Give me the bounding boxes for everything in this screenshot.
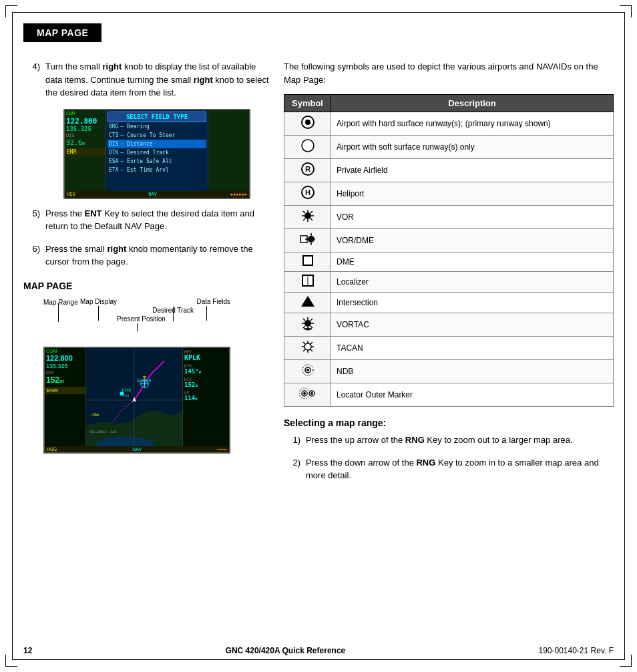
step-4: 4) Turn the small right knob to display … (23, 60, 270, 100)
map-svg: GARMIN KIXD K34 HILLSDALE LAKE -15m (86, 348, 182, 452)
svg-point-63 (303, 392, 306, 395)
symbol-cell (284, 206, 331, 229)
svg-text:HILLSDALE LAKE: HILLSDALE LAKE (89, 429, 117, 433)
corner-tr (620, 5, 632, 17)
corner-br (620, 655, 632, 667)
svg-point-40 (304, 320, 311, 327)
gps-bottom-bar-map: HSG NAV ▪▪▪▪▪▪ (45, 446, 229, 452)
table-row: Airport with hard surface runway(s); (pr… (284, 112, 614, 136)
gps-dis-label: DIS (65, 132, 105, 139)
gps-nav-select: NAV (148, 192, 157, 197)
symbol-cell (284, 293, 331, 313)
gps-map-screen: COM 122.800 135.325 DIS 152m ENR (43, 347, 230, 454)
table-row: Airport with soft surface runway(s) only (284, 136, 614, 159)
description-cell: NDB (331, 360, 614, 383)
map-freq1: 122.800 (45, 354, 85, 363)
svg-line-46 (310, 326, 312, 328)
gps-com-label: COM (65, 110, 105, 117)
gps-dis-value: 92.6m (65, 139, 105, 147)
svg-text:R: R (305, 165, 310, 173)
step-5: 5) Press the ENT Key to select the desir… (23, 207, 270, 233)
map-range-line (58, 303, 59, 322)
label-present-position: Present Position (117, 315, 166, 323)
right-step-text: Press the down arrow of the RNG Key to z… (306, 456, 614, 482)
map-dis-value: 152m (45, 375, 85, 385)
page-border-left (12, 12, 13, 660)
gps-freq1: 122.800 (65, 117, 105, 126)
symbol-cell (284, 272, 331, 293)
gps-right-panel-select (208, 110, 249, 198)
col-description: Description (331, 95, 614, 112)
page-border-bottom (12, 659, 625, 660)
right-column: The following symbols are used to depict… (284, 60, 614, 639)
map-freq2: 135.325 (45, 363, 85, 370)
corner-tl (5, 5, 17, 17)
svg-point-16 (302, 140, 314, 152)
svg-line-56 (310, 349, 312, 351)
right-step-number: 1) (284, 434, 300, 447)
svg-point-15 (305, 120, 310, 125)
gps-dots-map: ▪▪▪▪▪▪ (217, 447, 227, 452)
description-cell: TACAN (331, 337, 614, 360)
gps-field-eta: ETA– Est Time Arvl (108, 166, 206, 174)
step-5-number: 5) (23, 207, 40, 233)
svg-line-57 (310, 342, 312, 344)
table-row: RPrivate Airfield (284, 159, 614, 182)
svg-line-55 (303, 342, 305, 344)
symbol-cell (284, 229, 331, 253)
gps-hsg-map: HSG (47, 447, 57, 452)
table-row: DME (284, 253, 614, 272)
svg-point-31 (308, 236, 314, 242)
label-map-range: Map Range (43, 298, 78, 307)
svg-line-28 (310, 211, 312, 213)
symbol-cell (284, 136, 331, 159)
svg-point-60 (306, 369, 309, 371)
gps-left-panel: COM 122.800 135.325 DIS 92.6m ENR (65, 110, 106, 198)
page-border-top (12, 12, 625, 13)
svg-point-21 (304, 212, 311, 219)
gps-field-esa: ESA– Enrte Safe Alt (108, 157, 206, 166)
map-enr: ENR (45, 387, 85, 394)
description-cell: Airport with hard surface runway(s); (pr… (331, 112, 614, 136)
table-row: HHeliport (284, 182, 614, 206)
footer-page-number: 12 (23, 646, 32, 655)
right-step: 2)Press the down arrow of the RNG Key to… (284, 456, 614, 482)
corner-bl (5, 655, 17, 667)
gps-field-dtk: DTK– Desired Track (108, 148, 206, 157)
symbol-cell (284, 313, 331, 337)
table-row: Intersection (284, 293, 614, 313)
step-6-text: Press the small right knob momentarily t… (45, 242, 270, 269)
gps-dots-select: ▪▪▪▪▪▪ (230, 192, 247, 197)
map-right-panel: HPT KPLK DTK 145°m DIS 152m GS 114k (182, 348, 229, 452)
label-map-display: Map Display (80, 298, 117, 305)
label-data-fields: Data Fields (196, 298, 230, 305)
symbol-cell (284, 253, 331, 272)
map-center-area: GARMIN KIXD K34 HILLSDALE LAKE -15m (86, 348, 182, 452)
selecting-heading: Selecting a map range: (284, 417, 614, 428)
map-com-label: COM (45, 348, 85, 354)
svg-line-48 (303, 326, 305, 328)
gps-freq2: 135.325 (65, 126, 105, 133)
symbol-table: Symbol Description Airport with hard sur… (284, 94, 614, 407)
symbol-cell: H (284, 182, 331, 206)
table-row: VOR/DME (284, 229, 614, 253)
step-5-text: Press the ENT Key to select the desired … (45, 207, 270, 233)
svg-point-50 (304, 343, 311, 350)
map-left-panel: COM 122.800 135.325 DIS 152m ENR (45, 348, 86, 452)
description-cell: Locator Outer Marker (331, 383, 614, 407)
svg-line-26 (303, 211, 305, 213)
data-fields-line (206, 306, 207, 321)
gps-bottom-bar-select: HSG NAV ▪▪▪▪▪▪ (65, 191, 249, 198)
svg-point-66 (310, 392, 313, 395)
svg-text:K34: K34 (123, 393, 129, 397)
map-display-line (98, 306, 99, 321)
right-steps: 1)Press the up arrow of the RNG Key to z… (284, 434, 614, 482)
page-border-right (624, 12, 625, 660)
gps-enr: ENR (65, 148, 105, 156)
col-symbol: Symbol (284, 95, 331, 112)
intro-text: The following symbols are used to depict… (284, 60, 614, 86)
left-column: 4) Turn the small right knob to display … (23, 60, 270, 639)
map-dis-label: DIS (45, 369, 85, 375)
gps-select-screen-container: COM 122.800 135.325 DIS 92.6m ENR SELECT… (43, 109, 230, 199)
description-cell: VORTAC (331, 313, 614, 337)
